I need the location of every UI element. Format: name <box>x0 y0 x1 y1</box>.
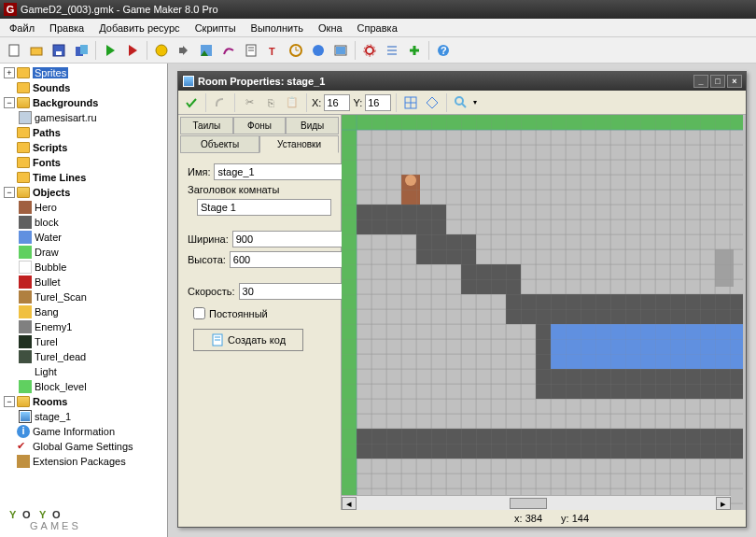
minimize-button[interactable]: _ <box>693 75 708 88</box>
grid-toggle-button[interactable] <box>401 93 420 112</box>
status-y: y: 144 <box>561 513 589 524</box>
sprite-button[interactable] <box>151 40 172 61</box>
zoom-dropdown[interactable]: ▾ <box>473 98 477 106</box>
menu-run[interactable]: Выполнить <box>244 21 311 35</box>
new-button[interactable] <box>4 40 24 61</box>
add-button[interactable] <box>404 40 425 61</box>
svg-point-8 <box>156 45 167 56</box>
font-button[interactable]: T <box>263 40 284 61</box>
obj-tureldead[interactable]: Turel_dead <box>2 349 165 364</box>
snap-y-input[interactable] <box>365 94 391 111</box>
svg-text:O: O <box>22 509 31 520</box>
tab-settings[interactable]: Установки <box>259 135 339 153</box>
save-button[interactable] <box>49 40 69 61</box>
menu-scripts[interactable]: Скрипты <box>188 21 244 35</box>
undo-button[interactable] <box>211 93 230 112</box>
tree-scripts[interactable]: Scripts <box>2 140 165 155</box>
confirm-button[interactable] <box>182 93 201 112</box>
script-button[interactable] <box>241 40 261 61</box>
debug-button[interactable] <box>122 40 143 61</box>
tab-backgrounds[interactable]: Фоны <box>233 117 287 134</box>
menu-edit[interactable]: Правка <box>42 21 91 35</box>
tree-bg-item[interactable]: gamesisart.ru <box>2 110 165 125</box>
svg-rect-49 <box>461 264 521 294</box>
name-label: Имя: <box>188 166 210 177</box>
obj-bullet[interactable]: Bullet <box>2 275 165 290</box>
obj-hero[interactable]: Hero <box>2 200 165 215</box>
zoom-button[interactable] <box>452 93 470 112</box>
room-properties-window: Room Properties: stage_1 _ □ × ✂ ⎘ 📋 X: … <box>177 71 747 528</box>
tab-objects[interactable]: Объекты <box>180 135 259 153</box>
close-button[interactable]: × <box>727 75 742 88</box>
obj-light[interactable]: Light <box>2 364 165 379</box>
checklist-button[interactable] <box>382 40 402 61</box>
tab-views[interactable]: Виды <box>286 117 339 134</box>
open-button[interactable] <box>26 40 47 61</box>
menu-windows[interactable]: Окна <box>311 21 350 35</box>
tree-sprites[interactable]: +Sprites <box>2 65 165 80</box>
tree-backgrounds[interactable]: −Backgrounds <box>2 95 165 110</box>
path-button[interactable] <box>218 40 239 61</box>
subwindow-titlebar[interactable]: Room Properties: stage_1 _ □ × <box>178 72 746 91</box>
obj-draw[interactable]: Draw <box>2 245 165 260</box>
tree-fonts[interactable]: Fonts <box>2 155 165 170</box>
scroll-thumb[interactable] <box>510 498 547 509</box>
tree-gameinfo[interactable]: iGame Information <box>2 424 165 439</box>
svg-text:?: ? <box>441 45 447 56</box>
room-toolbar: ✂ ⎘ 📋 X: Y: ▾ <box>178 91 746 115</box>
room-grid[interactable]: /* grid drawn via pattern */ <box>342 115 743 510</box>
persistent-checkbox[interactable] <box>193 307 205 319</box>
obj-block[interactable]: block <box>2 215 165 230</box>
tree-rooms[interactable]: −Rooms <box>2 394 165 409</box>
tab-tiles[interactable]: Таилы <box>180 117 233 134</box>
help-button[interactable]: ? <box>433 40 454 61</box>
obj-bubble[interactable]: Bubble <box>2 260 165 275</box>
run-button[interactable] <box>100 40 120 61</box>
caption-input[interactable] <box>197 199 331 216</box>
svg-rect-5 <box>80 45 88 54</box>
menu-help[interactable]: Справка <box>350 21 405 35</box>
obj-water[interactable]: Water <box>2 230 165 245</box>
export-button[interactable] <box>71 40 91 61</box>
menu-file[interactable]: Файл <box>2 21 42 35</box>
obj-enemy1[interactable]: Enemy1 <box>2 319 165 334</box>
tree-extensions[interactable]: Extension Packages <box>2 454 165 469</box>
obj-bang[interactable]: Bang <box>2 304 165 319</box>
snap-x-input[interactable] <box>324 94 350 111</box>
tree-globalsettings[interactable]: ✔Global Game Settings <box>2 439 165 454</box>
scroll-right-button[interactable]: ▸ <box>716 497 731 510</box>
resource-tree[interactable]: +Sprites Sounds −Backgrounds gamesisart.… <box>0 64 168 537</box>
svg-rect-3 <box>56 51 62 55</box>
create-code-button[interactable]: Создать код <box>193 329 303 351</box>
room-canvas[interactable]: /* grid drawn via pattern */ ◂ <box>342 115 746 510</box>
obj-turel[interactable]: Turel <box>2 334 165 349</box>
main-toolbar: T ? <box>0 37 756 64</box>
room-button[interactable] <box>330 40 351 61</box>
snap-x-label: X: <box>312 97 321 108</box>
sound-button[interactable] <box>174 40 194 61</box>
grid-iso-button[interactable] <box>423 93 441 112</box>
background-button[interactable] <box>196 40 217 61</box>
maximize-button[interactable]: □ <box>710 75 725 88</box>
tree-timelines[interactable]: Time Lines <box>2 170 165 185</box>
name-input[interactable] <box>214 163 350 180</box>
copy-button[interactable]: ⎘ <box>261 93 280 112</box>
tree-sounds[interactable]: Sounds <box>2 80 165 95</box>
object-button[interactable] <box>308 40 329 61</box>
scroll-left-button[interactable]: ◂ <box>342 497 357 510</box>
room-icon <box>182 75 195 88</box>
settings-button[interactable] <box>359 40 380 61</box>
obj-turelscan[interactable]: Turel_Scan <box>2 290 165 304</box>
horizontal-scrollbar[interactable]: ◂ ▸ <box>342 495 731 510</box>
tree-objects[interactable]: −Objects <box>2 185 165 200</box>
editor-panel: Room Properties: stage_1 _ □ × ✂ ⎘ 📋 X: … <box>168 64 756 537</box>
app-icon: G <box>4 3 17 16</box>
room-stage1[interactable]: stage_1 <box>2 409 165 424</box>
obj-blocklevel[interactable]: Block_level <box>2 379 165 394</box>
tree-paths[interactable]: Paths <box>2 125 165 140</box>
menu-add-resource[interactable]: Добавить ресурс <box>91 21 187 35</box>
paste-button[interactable]: 📋 <box>283 93 301 112</box>
svg-marker-10 <box>183 46 188 55</box>
cut-button[interactable]: ✂ <box>240 93 259 112</box>
timeline-button[interactable] <box>286 40 306 61</box>
